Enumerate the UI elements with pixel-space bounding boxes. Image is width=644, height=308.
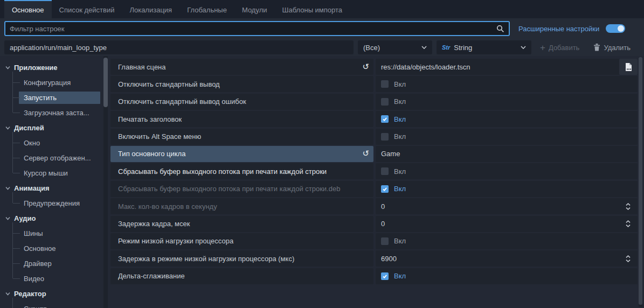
tree-item[interactable]: Конфигурация [0, 75, 108, 90]
tree-category[interactable]: Аудио [0, 211, 108, 226]
tab[interactable]: Глобальные [179, 0, 234, 18]
tree-category[interactable]: Анимация [0, 180, 108, 195]
checkbox-label[interactable]: Вкл [394, 237, 406, 245]
checkbox[interactable] [381, 98, 389, 106]
file-dialog-button[interactable] [619, 59, 638, 75]
main-scrollbar-thumb[interactable] [639, 57, 642, 305]
tree-item[interactable]: Основное [0, 241, 108, 256]
property-label-cell[interactable]: Режим низкой нагрузки процессора [110, 233, 373, 249]
type-dropdown[interactable]: Str String [437, 40, 531, 54]
checkbox-control[interactable]: Вкл [381, 268, 633, 284]
property-row: Сбрасывать буфер выходного потока при пе… [110, 163, 638, 179]
property-label-cell[interactable]: Задержка кадра, мсек [110, 216, 373, 232]
property-label-cell[interactable]: Отключить стандартный вывод [110, 76, 373, 92]
checkmark-icon [382, 186, 387, 192]
tree-item[interactable]: Видео [0, 271, 108, 286]
tab-label: Модули [242, 6, 267, 14]
tree-item[interactable]: Запустить [0, 90, 108, 105]
checkbox-label[interactable]: Вкл [394, 272, 406, 280]
tree-item-label: Курсор мыши [19, 167, 100, 179]
property-label-cell[interactable]: Отключить стандартный вывод ошибок [110, 94, 373, 110]
checkbox-control[interactable]: Вкл [381, 233, 633, 249]
tree-item[interactable]: Загрузочная заста... [0, 105, 108, 120]
advanced-settings-toggle[interactable] [606, 24, 625, 33]
tree-category[interactable]: Дисплей [0, 120, 108, 135]
checkbox[interactable] [381, 133, 389, 141]
tree-item[interactable]: Шины [0, 226, 108, 241]
property-label-cell[interactable]: Тип основного цикла ↺ [110, 146, 373, 162]
checkbox-label[interactable]: Вкл [394, 167, 406, 176]
sidebar-scrollbar-thumb[interactable] [103, 58, 108, 107]
property-label-cell[interactable]: Дельта-сглаживание [110, 268, 373, 284]
tree-item[interactable]: Курсор мыши [0, 165, 108, 180]
chevron-down-icon [5, 126, 10, 130]
text-value-control[interactable]: Game [381, 146, 633, 162]
tree-item[interactable]: Сервер отображен... [0, 150, 108, 165]
checkbox-control[interactable]: Вкл [381, 94, 633, 110]
checkbox-label[interactable]: Вкл [394, 80, 406, 88]
property-path-input[interactable]: application/run/main_loop_type [4, 40, 354, 54]
tab[interactable]: Шаблоны импорта [275, 0, 350, 18]
tree-item[interactable]: Окно [0, 135, 108, 150]
checkbox-label[interactable]: Вкл [394, 132, 406, 141]
property-label-cell[interactable]: Сбрасывать буфер выходного потока при пе… [110, 181, 373, 197]
checkbox[interactable] [381, 272, 389, 280]
checkbox[interactable] [381, 237, 389, 245]
spinbox-control[interactable]: 0 [381, 198, 633, 214]
revert-icon[interactable]: ↺ [362, 149, 369, 157]
checkbox[interactable] [381, 167, 389, 175]
feature-filter-dropdown[interactable]: (Все) [358, 40, 432, 54]
type-value: String [454, 44, 472, 52]
delete-property-button[interactable]: Удалить [588, 40, 636, 54]
tree-category-label: Редактор [14, 290, 46, 298]
property-bar: application/run/main_loop_type (Все) Str… [0, 39, 644, 56]
tab[interactable]: Локализация [122, 0, 179, 18]
tree-group: Приложение Конфигурация Запустить Загруз… [0, 60, 108, 120]
tree-item[interactable]: Предупреждения [0, 195, 108, 211]
spinbox-control[interactable]: 6900 [381, 250, 633, 267]
tab[interactable]: Основное [4, 0, 52, 18]
tree-category[interactable]: Редактор [0, 286, 108, 301]
spinner-updown-icon[interactable] [625, 202, 631, 211]
checkbox-label[interactable]: Вкл [394, 97, 406, 106]
tree-item-label: Шины [19, 227, 100, 240]
property-label-cell[interactable]: Сбрасывать буфер выходного потока при пе… [110, 163, 373, 179]
spinbox-control[interactable]: 0 [381, 216, 633, 232]
add-property-button[interactable]: + Добавить [535, 40, 585, 54]
chevron-down-icon [5, 186, 10, 190]
property-label: Сбрасывать буфер выходного потока при пе… [118, 167, 369, 176]
tree-category-label: Приложение [14, 64, 57, 72]
checkbox[interactable] [381, 185, 389, 193]
property-label: Сбрасывать буфер выходного потока при пе… [118, 185, 369, 193]
tree-item[interactable]: Драйвер [0, 256, 108, 271]
tab-bar: Основное Список действий Локализация Гло… [0, 0, 644, 18]
feature-filter-value: (Все) [363, 44, 380, 52]
checkbox-label[interactable]: Вкл [394, 115, 406, 123]
tab[interactable]: Список действий [52, 0, 122, 18]
property-label-cell[interactable]: Макс. кол-во кадров в секунду [110, 198, 373, 214]
tab[interactable]: Модули [234, 0, 275, 18]
property-label-cell[interactable]: Печатать заголовок [110, 111, 373, 127]
spinner-updown-icon[interactable] [625, 220, 631, 228]
property-label-cell[interactable]: Включить Alt Space меню [110, 129, 373, 145]
checkbox[interactable] [381, 115, 389, 123]
checkbox[interactable] [381, 80, 389, 88]
tree-item[interactable]: Скрипт [0, 301, 108, 308]
checkbox-control[interactable]: Вкл [381, 163, 633, 179]
checkbox-control[interactable]: Вкл [381, 129, 633, 145]
checkbox-control[interactable]: Вкл [381, 76, 633, 92]
tree-item-label: Основное [19, 242, 100, 255]
property-value-cell: Вкл [376, 129, 638, 145]
checkbox-control[interactable]: Вкл [381, 111, 633, 127]
spinner-updown-icon[interactable] [625, 255, 631, 263]
property-label-cell[interactable]: Задержка в режиме низкой нагрузки процес… [110, 250, 373, 267]
search-input[interactable] [10, 25, 496, 33]
tree-category-label: Анимация [14, 184, 49, 192]
tree-category[interactable]: Приложение [0, 60, 108, 75]
advanced-settings-label[interactable]: Расширенные настройки [518, 25, 599, 33]
checkbox-control[interactable]: Вкл [381, 181, 633, 197]
text-value-control[interactable]: res://data/objects/loader.tscn [381, 59, 633, 75]
revert-icon[interactable]: ↺ [362, 62, 369, 71]
checkbox-label[interactable]: Вкл [394, 185, 406, 193]
property-label-cell[interactable]: Главная сцена ↺ [110, 59, 373, 75]
